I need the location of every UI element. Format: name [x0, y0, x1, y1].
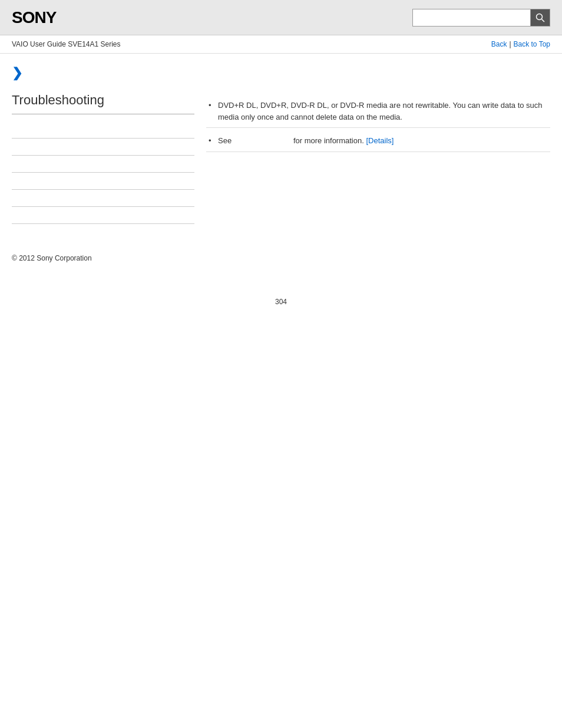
- content-area: DVD+R DL, DVD+R, DVD-R DL, or DVD-R medi…: [206, 65, 550, 224]
- search-input[interactable]: [412, 9, 530, 27]
- main-content: ❯ Troubleshooting DVD+R DL, DVD+R, DVD-R…: [0, 54, 562, 236]
- page-number: 304: [0, 298, 562, 318]
- svg-point-0: [537, 14, 543, 19]
- list-item[interactable]: [12, 173, 194, 190]
- svg-line-1: [542, 19, 545, 22]
- copyright: © 2012 Sony Corporation: [12, 254, 92, 262]
- nav-bar: VAIO User Guide SVE14A1 Series Back | Ba…: [0, 35, 562, 54]
- sidebar-items: [12, 121, 194, 224]
- details-link[interactable]: [Details]: [366, 136, 394, 145]
- list-item[interactable]: [12, 190, 194, 207]
- search-area: [412, 9, 550, 27]
- sony-logo: SONY: [12, 8, 56, 27]
- bullet2-pre: See: [218, 136, 232, 145]
- header: SONY: [0, 0, 562, 35]
- sidebar: ❯ Troubleshooting: [12, 65, 194, 224]
- list-item[interactable]: [12, 121, 194, 139]
- list-item[interactable]: [12, 207, 194, 224]
- search-icon: [535, 13, 545, 22]
- guide-title: VAIO User Guide SVE14A1 Series: [12, 40, 121, 48]
- list-item[interactable]: [12, 156, 194, 173]
- bullet-item-1: DVD+R DL, DVD+R, DVD-R DL, or DVD-R medi…: [206, 95, 550, 128]
- sidebar-chevron: ❯: [12, 65, 194, 81]
- list-item[interactable]: [12, 139, 194, 156]
- bullet2-mid: for more information.: [293, 136, 364, 145]
- sidebar-title: Troubleshooting: [12, 93, 194, 114]
- search-button[interactable]: [530, 9, 550, 27]
- back-link[interactable]: Back: [491, 40, 507, 48]
- back-to-top-link[interactable]: Back to Top: [514, 40, 550, 48]
- nav-links: Back | Back to Top: [491, 40, 550, 48]
- bullet-item-2: See for more information. [Details]: [206, 130, 550, 152]
- nav-separator: |: [509, 40, 511, 48]
- content-bullet-list: DVD+R DL, DVD+R, DVD-R DL, or DVD-R medi…: [206, 95, 550, 152]
- bullet1-text: DVD+R DL, DVD+R, DVD-R DL, or DVD-R medi…: [218, 101, 543, 121]
- footer: © 2012 Sony Corporation: [0, 236, 562, 274]
